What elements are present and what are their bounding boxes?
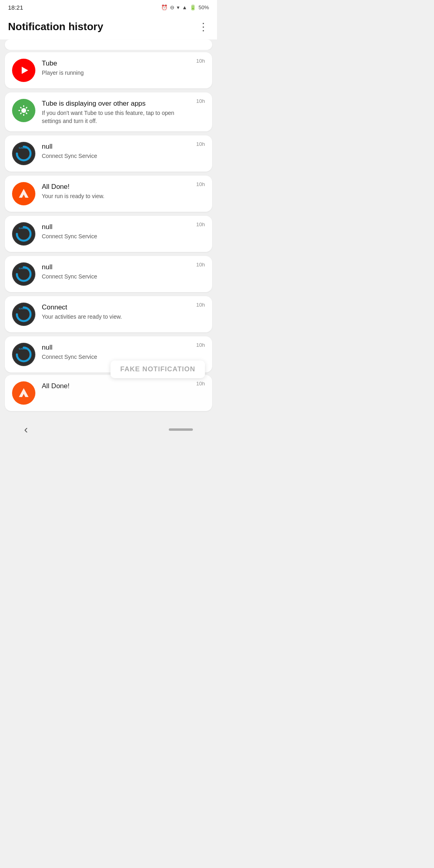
notif-body: Player is running xyxy=(42,69,189,77)
notif-time: 10h xyxy=(196,141,205,147)
tube-settings-icon xyxy=(12,99,35,122)
notif-content: null Connect Sync Service xyxy=(42,222,205,241)
notification-card[interactable]: 10h GARMIN null Connect Sync Service xyxy=(5,135,212,172)
notif-app-name: Tube is displaying over other apps xyxy=(42,100,189,108)
notification-card[interactable]: 10h GARMIN null Connect Sync Service xyxy=(5,256,212,292)
notif-time: 10h xyxy=(196,181,205,187)
svg-line-8 xyxy=(26,107,27,108)
notif-body: Connect Sync Service xyxy=(42,152,189,160)
garmin-icon: GARMIN xyxy=(12,343,35,366)
battery-percent: 50% xyxy=(199,4,209,10)
svg-text:GARMIN: GARMIN xyxy=(19,267,29,270)
svg-line-7 xyxy=(26,113,27,114)
notif-time: 10h xyxy=(196,221,205,227)
svg-marker-0 xyxy=(22,67,28,74)
alarm-icon: ⏰ xyxy=(161,4,168,10)
notif-body: If you don't want Tube to use this featu… xyxy=(42,109,189,125)
notif-body: Your activities are ready to view. xyxy=(42,313,189,321)
partial-bottom-title: All Done! xyxy=(42,382,189,390)
fake-notification-badge: FAKE NOTIFICATION xyxy=(111,360,205,378)
notif-content: Tube Player is running xyxy=(42,59,205,77)
notif-content: Connect Your activities are ready to vie… xyxy=(42,303,205,321)
svg-text:GARMIN: GARMIN xyxy=(19,348,29,350)
garmin-icon: GARMIN xyxy=(12,222,35,246)
svg-marker-22 xyxy=(19,388,29,397)
partial-bottom-content: All Done! xyxy=(42,381,205,392)
notification-card[interactable]: 10h All Done! Your run is ready to view. xyxy=(5,176,212,212)
notification-card[interactable]: 10h GARMIN null Connect Sync Service FAK… xyxy=(5,336,212,373)
home-indicator[interactable] xyxy=(169,428,193,431)
garmin-icon: GARMIN xyxy=(12,303,35,326)
page-header: Notification history ⋮ xyxy=(0,13,217,39)
strava-icon xyxy=(12,182,35,205)
notif-body: Connect Sync Service xyxy=(42,273,189,281)
partial-card-bottom-wrap: 10h All Done! xyxy=(0,375,217,414)
notif-time: 10h xyxy=(196,302,205,308)
svg-text:GARMIN: GARMIN xyxy=(19,147,29,149)
partial-bottom-card[interactable]: 10h All Done! xyxy=(5,375,212,411)
notif-app-name: null xyxy=(42,344,189,352)
battery-icon: 🔋 xyxy=(190,4,196,10)
notif-time: 10h xyxy=(196,98,205,104)
notif-body: Your run is ready to view. xyxy=(42,192,189,201)
notif-time: 10h xyxy=(196,342,205,348)
notif-app-name: null xyxy=(42,143,189,151)
bottom-nav-bar: ‹ xyxy=(0,418,217,442)
page-title: Notification history xyxy=(8,20,103,33)
strava-icon-partial xyxy=(12,381,35,405)
notif-content: Tube is displaying over other apps If yo… xyxy=(42,99,205,125)
notification-list: 10h Tube Player is running 10h xyxy=(0,50,217,375)
back-button[interactable]: ‹ xyxy=(24,423,28,436)
svg-line-9 xyxy=(20,113,22,114)
notif-app-name: Connect xyxy=(42,303,189,311)
notif-time: 10h xyxy=(196,58,205,64)
notif-body: Connect Sync Service xyxy=(42,233,189,241)
notif-content: null Connect Sync Service xyxy=(42,142,205,160)
partial-card-top xyxy=(5,39,212,50)
signal-icon: ▲ xyxy=(182,4,187,10)
notif-body: Connect Sync Service xyxy=(42,353,189,361)
svg-text:GARMIN: GARMIN xyxy=(19,307,29,310)
garmin-icon: GARMIN xyxy=(12,262,35,286)
status-icons: ⏰ ⊖ ▾ ▲ 🔋 50% xyxy=(161,4,209,10)
notif-time-partial: 10h xyxy=(196,381,205,387)
svg-point-1 xyxy=(21,108,26,113)
notification-card[interactable]: 10h Tube is displaying over other apps I… xyxy=(5,92,212,131)
notification-card[interactable]: 10h GARMIN Connect Your activities are r… xyxy=(5,296,212,332)
notif-content: null Connect Sync Service xyxy=(42,262,205,281)
dnd-icon: ⊖ xyxy=(170,4,174,10)
menu-button[interactable]: ⋮ xyxy=(198,22,209,32)
notif-time: 10h xyxy=(196,262,205,268)
svg-line-6 xyxy=(20,107,22,108)
status-time: 18:21 xyxy=(8,4,23,11)
notif-content: All Done! Your run is ready to view. xyxy=(42,182,205,201)
notification-card[interactable]: 10h Tube Player is running xyxy=(5,52,212,88)
svg-text:GARMIN: GARMIN xyxy=(19,227,29,229)
garmin-icon: GARMIN xyxy=(12,142,35,165)
notif-app-name: All Done! xyxy=(42,183,189,191)
notif-content: null Connect Sync Service xyxy=(42,343,205,361)
notif-app-name: null xyxy=(42,263,189,271)
status-bar: 18:21 ⏰ ⊖ ▾ ▲ 🔋 50% xyxy=(0,0,217,13)
notification-card[interactable]: 10h GARMIN null Connect Sync Service xyxy=(5,216,212,252)
notif-app-name: null xyxy=(42,223,189,231)
tube-icon xyxy=(12,59,35,82)
wifi-icon: ▾ xyxy=(177,4,180,10)
notif-app-name: Tube xyxy=(42,59,189,68)
